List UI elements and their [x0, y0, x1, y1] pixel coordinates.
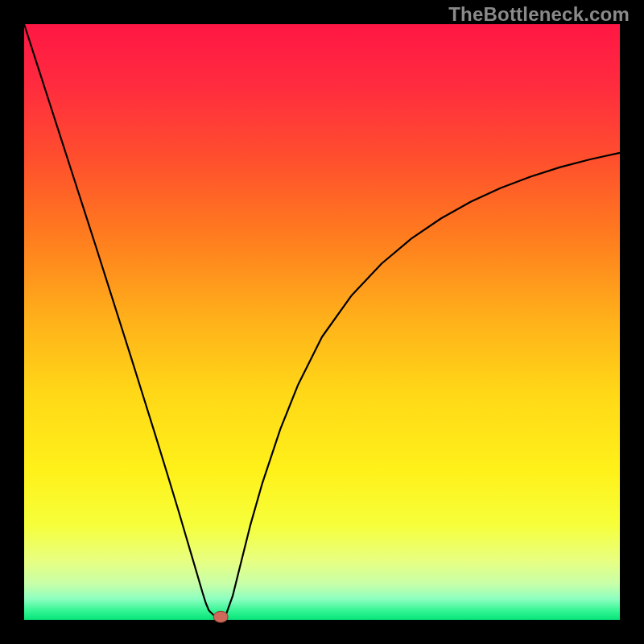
chart-background: [24, 24, 620, 620]
optimal-point-marker: [213, 611, 228, 622]
bottleneck-chart: [0, 0, 644, 644]
